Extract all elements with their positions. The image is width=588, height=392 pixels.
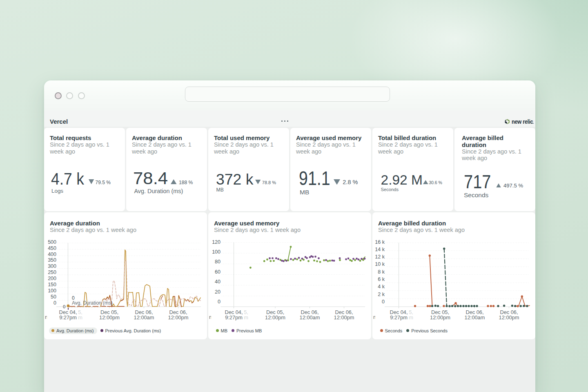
svg-text:16 k: 16 k (375, 239, 385, 245)
svg-text:350: 350 (48, 257, 56, 263)
svg-text:250: 250 (48, 270, 56, 275)
svg-text:300: 300 (48, 263, 56, 269)
svg-text:50: 50 (51, 294, 56, 300)
svg-text:100: 100 (212, 249, 220, 255)
svg-text:12 k: 12 k (375, 254, 385, 260)
svg-text:80: 80 (215, 259, 220, 265)
svg-text:500: 500 (48, 239, 56, 245)
svg-text:100: 100 (48, 288, 56, 294)
svg-text:400: 400 (48, 252, 56, 257)
svg-text:6 k: 6 k (378, 276, 385, 282)
svg-text:2 k: 2 k (378, 292, 385, 297)
svg-text:20: 20 (215, 289, 220, 295)
svg-text:120: 120 (212, 239, 220, 245)
svg-text:0: 0 (218, 299, 220, 305)
svg-text:150: 150 (48, 282, 56, 287)
svg-text:60: 60 (215, 269, 220, 275)
svg-text:4 k: 4 k (378, 284, 385, 290)
svg-text:0: 0 (53, 300, 56, 306)
svg-text:200: 200 (48, 276, 56, 281)
svg-text:0: 0 (382, 299, 385, 305)
svg-text:40: 40 (215, 279, 220, 285)
svg-text:10 k: 10 k (375, 261, 385, 267)
svg-text:450: 450 (48, 245, 56, 251)
svg-text:8 k: 8 k (378, 269, 385, 275)
svg-text:14 k: 14 k (375, 247, 385, 252)
